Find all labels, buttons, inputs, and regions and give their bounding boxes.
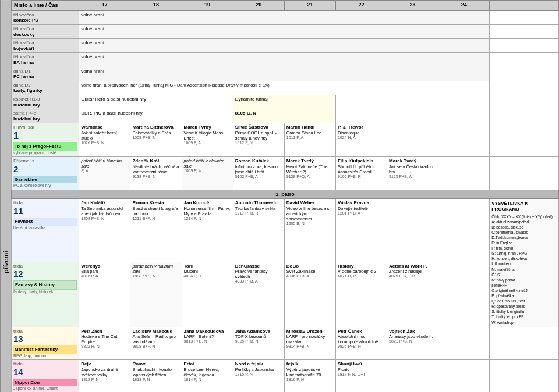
cell-gameline-24 <box>438 157 490 190</box>
cell-notes-empty2 <box>490 24 559 38</box>
manifest-program-box: Manifest Fantastiky <box>13 345 77 354</box>
cell-manifest-19: Jana Maksoudová LARP - Balení? 9813 P+B,… <box>182 327 233 360</box>
cell-fantasy-20: DenGrasse Právo ve fantasy světech 4033 … <box>233 262 284 327</box>
cell-hlavni-18: Martina Bittnerová Spisovatelky a Erós 1… <box>130 123 182 157</box>
cell-gameline-18: Zdeněk Král Násilí ve hrách, věčné a kon… <box>130 157 182 190</box>
col-header-22: 22 <box>335 1 387 11</box>
notes-column: VYSVĚTLIVKY K PROGRAMU Číslo XXYY = XX (… <box>490 199 559 327</box>
row-label-satna: šatna H4-5 hudební hry <box>12 109 79 123</box>
cell-gameline-22: Filip Kiulpekidis Shrnutí hl. příběhu As… <box>335 157 387 190</box>
hlavni-sal-program-box: To nej z PragoFFestu <box>13 142 77 151</box>
patro-label: 1. patro <box>12 190 559 199</box>
pevnost-row: třída 11 Pevnost literární fantastika Ja… <box>12 199 559 262</box>
table-row: šatna H4-5 hudební hry DDR, PIU a další … <box>12 109 559 123</box>
cell-ea-volne: volné hraní <box>79 53 490 67</box>
row-label-kabinet: kabinet H1-3 hudební hry <box>12 95 79 109</box>
row-label-pevnost: třída 11 Pevnost literární fantastika <box>12 199 79 262</box>
cell-pevnost-21: David Weber Video online beseda s americ… <box>284 199 335 262</box>
cell-hlavni-21: Martin Handl Camea Stana Lee 1011 P, A <box>284 123 335 157</box>
table-row: tělocvična konzole PS volné hraní <box>12 10 559 24</box>
cell-nippon-17: Dejv Japonsko za druhé světové války 181… <box>79 360 130 392</box>
row-label-pc: dílna D1 PC herna <box>12 67 79 81</box>
cell-manifest-18: Ladislav Maksoud Ano Šéfe! - Rád to pro … <box>130 327 182 360</box>
cell-satna-8105: 8105 G, N <box>233 109 335 123</box>
cell-notes-empty8 <box>490 109 559 123</box>
row-label-bojovkari: tělocvična bojovkáři <box>12 39 79 53</box>
cell-fantasy-19: Torli Mučení 4024 P, R <box>182 262 233 327</box>
cell-pevnost-23 <box>387 199 438 262</box>
cell-nippon-24 <box>438 360 490 392</box>
cell-hlavni-24 <box>438 123 490 157</box>
row-label-deskovky: tělocvična deskovky <box>12 24 79 38</box>
cell-nippon-23 <box>387 360 438 392</box>
cell-manifest-17: Petr Zach Hodinka s The Cat Empire 9822 … <box>79 327 130 360</box>
table-row: tělocvična deskovky volné hraní <box>12 24 559 38</box>
gameline-program-box: GameLine <box>13 176 77 184</box>
cell-fantasy-23: Actors at Work P. Zrození z naděje 4075 … <box>387 262 438 327</box>
cell-fantasy-18: pořad běží v hlavním sále 1008 P+B, N <box>130 262 182 327</box>
nipponcon-row: třída 14 NipponCon Japonsko, anime, Orie… <box>12 360 559 392</box>
cell-pevnost-20: Antonín Thurnwald Tvorba fantasy světa 1… <box>233 199 284 262</box>
cell-gameline-17: pořad běží v hlavním sále P, A <box>79 157 130 190</box>
col-header-20: 20 <box>233 1 284 11</box>
cell-notes-empty3 <box>490 39 559 53</box>
cell-karty-volne: volné hraní a předvádění her (turnaj Tur… <box>79 81 490 95</box>
cell-gameline-20: Roman Kutálek Infinitum - hra, kte-rou j… <box>233 157 284 190</box>
col-header-time: Místo a linie / Čas <box>12 1 79 11</box>
cell-pevnost-24 <box>438 199 490 262</box>
cell-pevnost-18: Roman Kresta Slasti a strasti fotografa … <box>130 199 182 262</box>
cell-kabinet-guitar: Guitar Hero a další hudební hry <box>79 95 233 109</box>
cell-gameline-23: Marek Tvrdý Jak se v Česku kradou hry 91… <box>387 157 438 190</box>
row-label-manifest: třída 13 Manifest Fantastiky RPG, larp, … <box>12 327 79 360</box>
cell-manifest-21: Miroslav Drozen LARP - pro nováčky i maz… <box>284 327 335 360</box>
row-label-hlavni: Hlavní sál 1 To nej z PragoFFestu vybran… <box>12 123 79 157</box>
cell-notes-empty <box>490 10 559 24</box>
col-header-17: 17 <box>79 1 130 11</box>
row-label-konzole: tělocvična konzole PS <box>12 10 79 24</box>
row-label-karty: dílna D2 karty, figurky <box>12 81 79 95</box>
row-label-ea: tělocvična EA herna <box>12 53 79 67</box>
cell-pevnost-22: Václav Pravda Dokejte ředitelé 1201 P+B,… <box>335 199 387 262</box>
table-row: tělocvična EA herna volné hraní <box>12 53 559 67</box>
pevnost-program-box: Pevnost <box>13 218 77 226</box>
col-header-19: 19 <box>182 1 233 11</box>
cell-fantasy-17: Werenys Bílá paní 4016 P, A <box>79 262 130 327</box>
cell-deskovky-volne: volné hraní <box>79 24 490 38</box>
table-row: dílna D1 PC herna volné hraní <box>12 67 559 81</box>
cell-nippon-18: Rouwi Shakuhachi - kouzlo japonských flé… <box>130 360 182 392</box>
table-row: dílna D2 karty, figurky volné hraní a př… <box>12 81 559 95</box>
cell-konzole-volne: volné hraní <box>79 10 490 24</box>
cell-hlavni-17: Warhorse Jak si založit herní studio 102… <box>79 123 130 157</box>
cell-nippon-22: Shunji Iwaï Picnic 1817 F, N, O+T <box>335 360 387 392</box>
cell-satna-empty <box>335 109 489 123</box>
cell-hlavni-19: Marek Tvrdý Vesmír trilogie Mass Effect … <box>182 123 233 157</box>
side-label-prizemi: přízemí <box>0 0 11 392</box>
row-label-fantasy: třída 12 Fantasy & History fantasy, myty… <box>12 262 79 327</box>
table-row: tělocvična bojovkáři volné hraní <box>12 39 559 53</box>
patro-divider-row: 1. patro <box>12 190 559 199</box>
fantasy-program-box: Fantasy & History <box>13 280 77 290</box>
row-label-nipponcon: třída 14 NipponCon Japonsko, anime, Orie… <box>12 360 79 392</box>
cell-notes-empty4 <box>490 53 559 67</box>
cell-pevnost-17: Jan Kotálík Ta Sebranka autorská aneb ja… <box>79 199 130 262</box>
manifest-row: třída 13 Manifest Fantastiky RPG, larp, … <box>12 327 559 360</box>
cell-nippon-20: Nord a fejsík Perličky z Japonska 1815 P… <box>233 360 284 392</box>
cell-hlavni-20: Silvie Šustrová Prima COOL a spol. - ser… <box>233 123 284 157</box>
cell-kabinet-dynamite: Dynamite turnaj <box>233 95 335 109</box>
col-header-21: 21 <box>284 1 335 11</box>
cell-notes-empty7 <box>490 95 559 109</box>
cell-fantasy-22: History V době čarodějnic 2 4071 D, R <box>335 262 387 327</box>
cell-hlavni-22: P. J. Trewor Discoteque 1024 H, A <box>335 123 387 157</box>
fantasy-history-row: třída 12 Fantasy & History fantasy, myty… <box>12 262 559 327</box>
cell-notes-empty-gameline <box>490 157 559 190</box>
col-header-notes <box>490 1 559 11</box>
cell-manifest-23: Vojtěch Žák Ananasy jsou všude II. 9821 … <box>387 327 438 360</box>
col-header-23: 23 <box>387 1 438 11</box>
cell-gameline-21: Marek Tvrdý Herní Zaklínače (The Witcher… <box>284 157 335 190</box>
row-label-gameline: Příjemní s. 2 GameLine PC a konozolové h… <box>12 157 79 190</box>
cell-kabinet-empty <box>335 95 489 109</box>
cell-notes-empty-hlavni <box>490 123 559 157</box>
cell-nippon-19: Ertai Bruce Lee: Herec, člověk, legenda … <box>182 360 233 392</box>
cell-notes-empty6 <box>490 81 559 95</box>
cell-nippon-21: fejsík Výběr z japonské kinematografie 7… <box>284 360 335 392</box>
